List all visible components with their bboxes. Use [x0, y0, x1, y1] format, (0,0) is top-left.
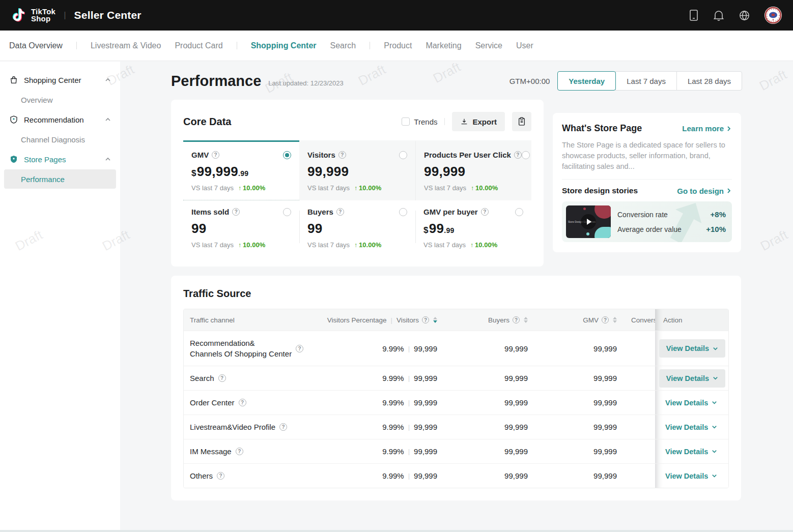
- nav-item-search[interactable]: Search: [330, 41, 356, 50]
- metric-card-items-sold[interactable]: Items sold?99VS last 7 days↑10.00%: [183, 200, 299, 253]
- metric-card-gmv-per-buyer[interactable]: GMV per buyer?$99.99VS last 7 days↑10.00…: [415, 200, 531, 253]
- chevron-down-icon: [713, 346, 718, 351]
- help-icon[interactable]: ?: [338, 151, 346, 159]
- nav-item-shopping-center[interactable]: Shopping Center: [251, 41, 317, 50]
- store-page-description: The Store Page is a dedicated space for …: [562, 140, 732, 172]
- gmv-value: 99,999: [593, 374, 617, 382]
- metric-radio[interactable]: [399, 151, 407, 159]
- vs-label: VS last 7 days: [191, 184, 234, 192]
- help-icon[interactable]: ?: [236, 448, 243, 455]
- range-button-yesterday[interactable]: Yesterday: [557, 71, 616, 91]
- increase-arrow-icon: ↑: [238, 242, 241, 249]
- app-title: Seller Center: [74, 9, 141, 21]
- nav-item-marketing[interactable]: Marketing: [426, 41, 461, 50]
- sidebar-item-overview[interactable]: Overview: [0, 90, 120, 109]
- help-icon[interactable]: ?: [422, 316, 429, 323]
- shield-filled-icon: [9, 155, 18, 164]
- sidebar-item-shopping-center[interactable]: Shopping Center: [0, 70, 120, 90]
- controls-divider: [444, 118, 445, 125]
- help-icon[interactable]: ?: [481, 208, 489, 216]
- column-separator: |: [391, 316, 392, 324]
- metric-radio[interactable]: [522, 151, 530, 159]
- sidebar-item-channel-diagnosis[interactable]: Channel Diagnosis: [0, 130, 120, 149]
- decor-teal-blob: [594, 227, 611, 238]
- go-to-design-link[interactable]: Go to design: [677, 187, 732, 195]
- view-details-button[interactable]: View Details: [659, 442, 723, 461]
- globe-icon[interactable]: [739, 10, 750, 21]
- help-icon[interactable]: ?: [279, 423, 287, 431]
- visitors-percentage-value: 9.99%: [382, 374, 404, 382]
- help-icon[interactable]: ?: [212, 151, 219, 159]
- stat-value: +8%: [711, 210, 726, 219]
- nav-divider: [370, 42, 370, 49]
- range-button-last-28-days[interactable]: Last 28 days: [676, 71, 742, 91]
- change-value: 10.00%: [475, 184, 498, 192]
- increase-arrow-icon: ↑: [470, 242, 473, 249]
- divider: [562, 179, 732, 180]
- traffic-table: Traffic channelVisitors Percentage|Visit…: [183, 309, 729, 488]
- export-button[interactable]: Export: [452, 112, 505, 131]
- help-icon[interactable]: ?: [514, 151, 522, 159]
- help-icon[interactable]: ?: [239, 399, 246, 406]
- help-icon[interactable]: ?: [602, 316, 609, 323]
- currency-prefix: $: [191, 168, 196, 178]
- col-visitors: Visitors: [396, 316, 419, 324]
- learn-more-link[interactable]: Learn more: [682, 124, 732, 133]
- metric-card-gmv[interactable]: GMV?$99,999.99VS last 7 days↑10.00%: [183, 140, 299, 200]
- change-value: 10.00%: [243, 184, 265, 192]
- video-thumbnail[interactable]: Store Design Guidelines: [566, 205, 611, 238]
- sort-visitors-icon[interactable]: [433, 317, 437, 323]
- avatar[interactable]: [764, 7, 782, 24]
- view-details-button[interactable]: View Details: [659, 339, 725, 358]
- nav-item-livestream-video[interactable]: Livestream & Video: [91, 41, 161, 50]
- help-icon[interactable]: ?: [513, 316, 520, 323]
- metric-card-buyers[interactable]: Buyers?99VS last 7 days↑10.00%: [299, 200, 415, 253]
- help-icon[interactable]: ?: [218, 374, 226, 382]
- nav-item-product-card[interactable]: Product Card: [175, 41, 222, 50]
- metric-decimals: .99: [444, 226, 454, 234]
- metric-label: Items sold: [191, 208, 229, 216]
- trends-checkbox[interactable]: [402, 117, 410, 126]
- metric-card-visitors[interactable]: Visitors?99,999VS last 7 days↑10.00%: [299, 140, 415, 200]
- help-icon[interactable]: ?: [217, 472, 224, 480]
- bell-icon[interactable]: [713, 9, 724, 21]
- sidebar-item-store-pages[interactable]: Store Pages: [0, 149, 120, 169]
- metric-card-products-per-user-click[interactable]: Products Per User Click?99,999VS last 7 …: [415, 140, 531, 200]
- gmv-value: 99,999: [593, 471, 617, 480]
- traffic-table-header: Traffic channelVisitors Percentage|Visit…: [184, 309, 728, 331]
- sort-buyers-icon[interactable]: [524, 317, 528, 323]
- sidebar-item-recommendation[interactable]: Recommendation: [0, 109, 120, 130]
- sort-gmv-icon[interactable]: [613, 317, 617, 323]
- help-icon[interactable]: ?: [336, 208, 344, 216]
- metric-radio[interactable]: [283, 208, 291, 216]
- help-icon[interactable]: ?: [296, 345, 303, 352]
- vs-label: VS last 7 days: [423, 241, 466, 249]
- visitors-percentage-value: 9.99%: [382, 471, 404, 480]
- nav-item-user[interactable]: User: [516, 41, 533, 50]
- range-button-last-7-days[interactable]: Last 7 days: [615, 71, 677, 91]
- nav-item-data-overview[interactable]: Data Overview: [9, 41, 63, 50]
- nav-item-product[interactable]: Product: [384, 41, 412, 50]
- mobile-icon[interactable]: [689, 9, 699, 21]
- view-details-button[interactable]: View Details: [659, 369, 725, 388]
- sidebar-item-label: Recommendation: [24, 115, 105, 124]
- metric-radio[interactable]: [515, 208, 523, 216]
- design-stories-banner[interactable]: Store Design Guidelines Conversion rate+…: [562, 201, 732, 242]
- metric-radio[interactable]: [283, 151, 291, 159]
- metric-value: 99: [191, 221, 207, 236]
- metric-radio[interactable]: [399, 208, 407, 216]
- view-details-button[interactable]: View Details: [659, 467, 723, 485]
- copy-report-button[interactable]: [512, 112, 531, 131]
- view-details-button[interactable]: View Details: [659, 418, 723, 436]
- view-details-button[interactable]: View Details: [659, 394, 723, 412]
- tiktok-shop-brand[interactable]: TikTok Shop: [11, 6, 55, 24]
- metric-label: Buyers: [307, 208, 333, 216]
- metric-label: Visitors: [307, 151, 335, 159]
- visitors-value: 99,999: [414, 423, 437, 431]
- sidebar-item-label: Shopping Center: [24, 76, 105, 84]
- channel-name: Livestream&Video Profile: [190, 423, 275, 431]
- sidebar-item-performance[interactable]: Performance: [4, 169, 116, 189]
- nav-item-service[interactable]: Service: [475, 41, 502, 50]
- help-icon[interactable]: ?: [232, 208, 240, 216]
- buyers-value: 99,999: [504, 344, 528, 353]
